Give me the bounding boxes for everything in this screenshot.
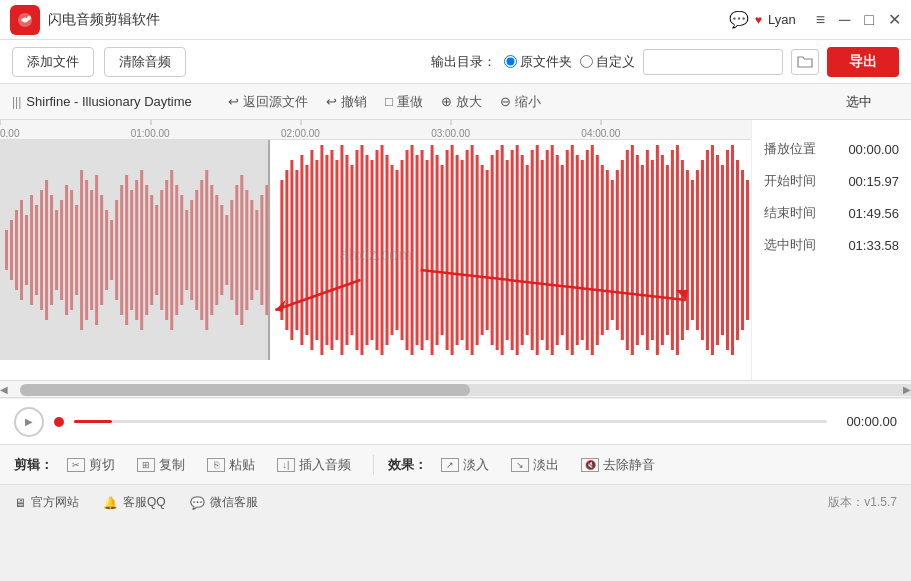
svg-rect-83	[426, 160, 429, 340]
svg-rect-97	[496, 150, 499, 350]
wechat-icon: 💬	[729, 10, 749, 29]
selected-time-value: 01:33.58	[848, 238, 899, 253]
svg-rect-56	[290, 160, 293, 340]
zoom-in-icon: ⊕	[441, 94, 452, 109]
add-file-button[interactable]: 添加文件	[12, 47, 94, 77]
copy-icon: ⊞	[137, 458, 155, 472]
title-bar: 闪电音频剪辑软件 💬 ♥ Lyan ≡ ─ □ ✕	[0, 0, 911, 40]
edit-divider	[373, 455, 374, 475]
zoom-in-button[interactable]: ⊕ 放大	[441, 93, 482, 111]
scrollbar-thumb[interactable]	[20, 384, 470, 396]
undo-button[interactable]: ↩ 撤销	[326, 93, 367, 111]
svg-rect-101	[516, 145, 519, 355]
svg-rect-112	[571, 145, 574, 355]
svg-rect-105	[536, 145, 539, 355]
customer-qq-link[interactable]: 🔔 客服QQ	[103, 494, 166, 511]
remove-silence-icon: 🔇	[581, 458, 599, 472]
wechat-service-label: 微信客服	[210, 494, 258, 511]
playback-track[interactable]	[74, 420, 827, 423]
svg-rect-100	[511, 150, 514, 350]
svg-rect-146	[741, 170, 744, 330]
copy-action[interactable]: ⊞ 复制	[129, 453, 193, 477]
folder-button[interactable]	[791, 49, 819, 75]
selected-region[interactable]	[0, 140, 270, 360]
paste-action[interactable]: ⎘ 粘贴	[199, 453, 263, 477]
insert-audio-action[interactable]: ↓| 插入音频	[269, 453, 359, 477]
waveform-canvas[interactable]: ahxiz.com	[0, 140, 751, 360]
zoom-in-label: 放大	[456, 93, 482, 111]
svg-rect-108	[551, 145, 554, 355]
svg-rect-106	[541, 160, 544, 340]
export-button[interactable]: 导出	[827, 47, 899, 77]
wechat-service-link[interactable]: 💬 微信客服	[190, 494, 258, 511]
track-name-area: ||| Shirfine - Illusionary Daytime	[12, 94, 212, 109]
minimize-button[interactable]: ─	[839, 11, 850, 29]
svg-text:ahxiz.com: ahxiz.com	[339, 246, 411, 263]
svg-rect-60	[310, 150, 313, 350]
fade-out-action[interactable]: ↘ 淡出	[503, 453, 567, 477]
scrollbar-track[interactable]	[20, 384, 911, 396]
svg-rect-88	[451, 145, 454, 355]
svg-rect-118	[601, 165, 604, 335]
user-name: Lyan	[768, 12, 796, 27]
svg-rect-119	[606, 170, 609, 330]
scroll-right-button[interactable]: ▶	[903, 384, 911, 395]
radio-custom-input[interactable]	[580, 55, 593, 68]
track-bars-icon: |||	[12, 95, 21, 109]
paste-icon: ⎘	[207, 458, 225, 472]
radio-original-input[interactable]	[504, 55, 517, 68]
svg-rect-127	[646, 150, 649, 350]
output-path-input[interactable]	[643, 49, 783, 75]
scroll-left-button[interactable]: ◀	[0, 384, 8, 395]
svg-rect-96	[491, 155, 494, 345]
svg-rect-98	[501, 145, 504, 355]
svg-rect-129	[656, 145, 659, 355]
svg-rect-142	[721, 165, 724, 335]
cut-icon: ✂	[67, 458, 85, 472]
fade-in-action[interactable]: ↗ 淡入	[433, 453, 497, 477]
svg-rect-115	[586, 150, 589, 350]
selected-time-label: 选中时间	[764, 236, 816, 254]
back-to-source-button[interactable]: ↩ 返回源文件	[228, 93, 308, 111]
svg-rect-141	[716, 155, 719, 345]
svg-rect-137	[696, 170, 699, 330]
copy-label: 复制	[159, 456, 185, 474]
zoom-out-icon: ⊖	[500, 94, 511, 109]
cut-action[interactable]: ✂ 剪切	[59, 453, 123, 477]
svg-rect-86	[441, 165, 444, 335]
official-site-link[interactable]: 🖥 官方网站	[14, 494, 79, 511]
svg-rect-113	[576, 155, 579, 345]
wechat-service-icon: 💬	[190, 496, 205, 510]
zoom-out-button[interactable]: ⊖ 缩小	[500, 93, 541, 111]
edit-label: 剪辑：	[14, 456, 53, 474]
scrollbar-container[interactable]: ◀ ▶	[0, 380, 911, 398]
output-label: 输出目录：	[431, 53, 496, 71]
svg-rect-58	[300, 155, 303, 345]
play-button[interactable]: ▶	[14, 407, 44, 437]
playhead-dot[interactable]	[54, 417, 64, 427]
svg-point-0	[27, 16, 31, 20]
selected-time-row: 选中时间 01:33.58	[764, 236, 899, 254]
clear-audio-button[interactable]: 清除音频	[104, 47, 186, 77]
svg-rect-81	[416, 155, 419, 345]
menu-icon[interactable]: ≡	[816, 11, 825, 29]
waveform-area[interactable]: 00:00.00 01:00.00 02:00.00 03:00.00 04:0…	[0, 120, 751, 380]
redo-button[interactable]: □ 重做	[385, 93, 423, 111]
remove-silence-action[interactable]: 🔇 去除静音	[573, 453, 663, 477]
radio-original[interactable]: 原文件夹	[504, 53, 572, 71]
svg-rect-116	[591, 145, 594, 355]
fade-in-icon: ↗	[441, 458, 459, 472]
close-button[interactable]: ✕	[888, 10, 901, 29]
svg-rect-121	[616, 170, 619, 330]
info-panel: 播放位置 00:00.00 开始时间 00:15.97 结束时间 01:49.5…	[751, 120, 911, 380]
waveform-actions: ↩ 返回源文件 ↩ 撤销 □ 重做 ⊕ 放大 ⊖ 缩小	[228, 93, 541, 111]
maximize-button[interactable]: □	[864, 11, 874, 29]
radio-custom[interactable]: 自定义	[580, 53, 635, 71]
effects-label: 效果：	[388, 456, 427, 474]
svg-rect-111	[566, 150, 569, 350]
track-name: Shirfine - Illusionary Daytime	[26, 94, 191, 109]
user-area: 💬 ♥ Lyan	[729, 10, 796, 29]
app-title: 闪电音频剪辑软件	[48, 11, 729, 29]
tick-4: 04:00.00	[581, 128, 620, 139]
svg-rect-147	[746, 180, 749, 320]
